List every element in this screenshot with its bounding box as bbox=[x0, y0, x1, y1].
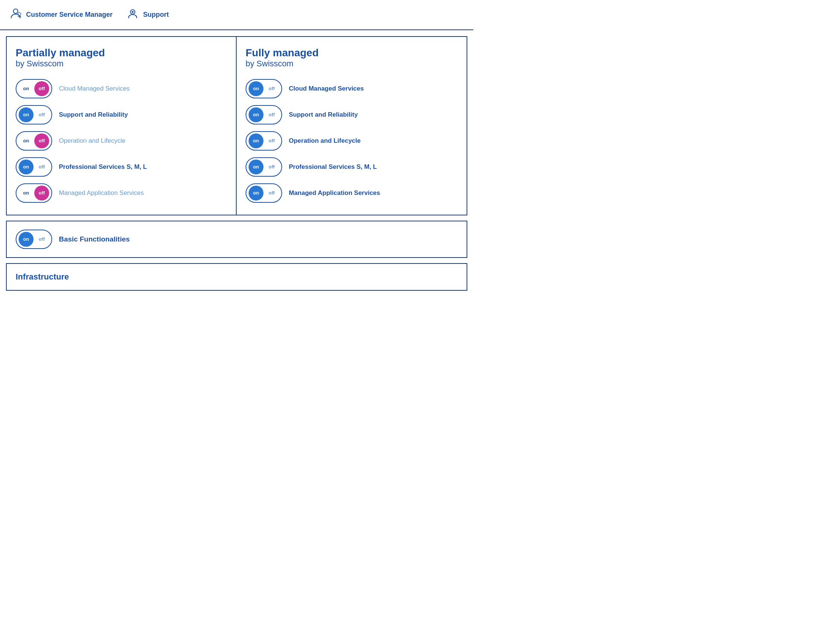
pm-toggle-managed-app[interactable]: on off bbox=[16, 183, 52, 203]
csm-icon bbox=[9, 7, 22, 23]
pm-row-managed-app: on off Managed Application Services bbox=[16, 183, 227, 203]
csm-header-item: Customer Service Manager bbox=[9, 7, 112, 23]
pm-professional-on-btn[interactable]: on bbox=[19, 159, 33, 174]
pm-cloud-on-btn[interactable]: on bbox=[19, 81, 33, 96]
pm-managed-app-on-btn[interactable]: on bbox=[19, 186, 33, 200]
fm-toggle-professional[interactable]: on off bbox=[246, 157, 282, 177]
fm-support-on-btn[interactable]: on bbox=[249, 107, 264, 122]
fm-row-support: on off Support and Reliability bbox=[246, 105, 458, 125]
fm-operation-label: Operation and Lifecycle bbox=[289, 137, 361, 145]
pm-managed-app-label: Managed Application Services bbox=[59, 189, 144, 197]
pm-toggle-operation[interactable]: on off bbox=[16, 131, 52, 151]
fm-professional-on-btn[interactable]: on bbox=[249, 159, 264, 174]
basic-off-btn[interactable]: off bbox=[34, 232, 49, 247]
pm-row-cloud: on off Cloud Managed Services bbox=[16, 79, 227, 98]
pm-professional-label: Professional Services S, M, L bbox=[59, 163, 147, 171]
fully-managed-col: Fully managed by Swisscom on off Cloud M… bbox=[237, 37, 467, 215]
infrastructure-title: Infrastructure bbox=[16, 272, 69, 281]
fm-toggle-cloud[interactable]: on off bbox=[246, 79, 282, 98]
fm-cloud-label: Cloud Managed Services bbox=[289, 85, 364, 92]
fm-toggle-operation[interactable]: on off bbox=[246, 131, 282, 151]
fm-row-cloud: on off Cloud Managed Services bbox=[246, 79, 458, 98]
support-icon bbox=[126, 7, 139, 23]
pm-support-on-btn[interactable]: on bbox=[19, 107, 33, 122]
fully-managed-title: Fully managed bbox=[246, 47, 458, 59]
pm-support-label: Support and Reliability bbox=[59, 111, 128, 118]
fm-cloud-off-btn[interactable]: off bbox=[264, 81, 279, 96]
basic-on-btn[interactable]: on bbox=[19, 232, 33, 247]
main-content: Partially managed by Swisscom on off Clo… bbox=[0, 30, 473, 297]
fm-managed-app-off-btn[interactable]: off bbox=[264, 186, 279, 200]
fm-professional-label: Professional Services S, M, L bbox=[289, 163, 377, 171]
pm-support-off-btn[interactable]: off bbox=[34, 107, 49, 122]
partially-managed-title: Partially managed bbox=[16, 47, 227, 59]
fm-operation-off-btn[interactable]: off bbox=[264, 133, 279, 148]
pm-toggle-cloud[interactable]: on off bbox=[16, 79, 52, 98]
pm-professional-off-btn[interactable]: off bbox=[34, 159, 49, 174]
pm-cloud-label: Cloud Managed Services bbox=[59, 85, 130, 92]
pm-row-support: on off Support and Reliability bbox=[16, 105, 227, 125]
fm-managed-app-label: Managed Application Services bbox=[289, 189, 380, 197]
fm-toggle-support[interactable]: on off bbox=[246, 105, 282, 125]
pm-row-operation: on off Operation and Lifecycle bbox=[16, 131, 227, 151]
basic-toggle[interactable]: on off bbox=[16, 230, 52, 249]
partially-managed-subtitle: by Swisscom bbox=[16, 59, 227, 69]
basic-section: on off Basic Functionalities bbox=[6, 221, 467, 258]
pm-managed-app-off-btn[interactable]: off bbox=[34, 186, 49, 200]
fm-operation-on-btn[interactable]: on bbox=[249, 133, 264, 148]
fm-support-label: Support and Reliability bbox=[289, 111, 358, 118]
csm-label: Customer Service Manager bbox=[26, 11, 112, 19]
svg-point-5 bbox=[132, 11, 134, 13]
support-header-item: Support bbox=[126, 7, 169, 23]
fully-managed-subtitle: by Swisscom bbox=[246, 59, 458, 69]
pm-operation-off-btn[interactable]: off bbox=[34, 133, 49, 148]
pm-row-professional: on off Professional Services S, M, L bbox=[16, 157, 227, 177]
support-label: Support bbox=[143, 11, 169, 19]
header: Customer Service Manager Support bbox=[0, 0, 473, 30]
pm-operation-label: Operation and Lifecycle bbox=[59, 137, 126, 145]
fm-cloud-on-btn[interactable]: on bbox=[249, 81, 264, 96]
pm-cloud-off-btn[interactable]: off bbox=[34, 81, 49, 96]
svg-point-0 bbox=[13, 9, 18, 13]
fm-toggle-managed-app[interactable]: on off bbox=[246, 183, 282, 203]
fm-support-off-btn[interactable]: off bbox=[264, 107, 279, 122]
pm-toggle-support[interactable]: on off bbox=[16, 105, 52, 125]
pm-operation-on-btn[interactable]: on bbox=[19, 133, 33, 148]
partially-managed-col: Partially managed by Swisscom on off Clo… bbox=[7, 37, 237, 215]
fm-row-operation: on off Operation and Lifecycle bbox=[246, 131, 458, 151]
infrastructure-section: Infrastructure bbox=[6, 263, 467, 291]
managed-grid: Partially managed by Swisscom on off Clo… bbox=[6, 36, 467, 215]
fm-managed-app-on-btn[interactable]: on bbox=[249, 186, 264, 200]
fm-professional-off-btn[interactable]: off bbox=[264, 159, 279, 174]
pm-toggle-professional[interactable]: on off bbox=[16, 157, 52, 177]
fm-row-managed-app: on off Managed Application Services bbox=[246, 183, 458, 203]
basic-label: Basic Functionalities bbox=[59, 235, 130, 243]
fm-row-professional: on off Professional Services S, M, L bbox=[246, 157, 458, 177]
